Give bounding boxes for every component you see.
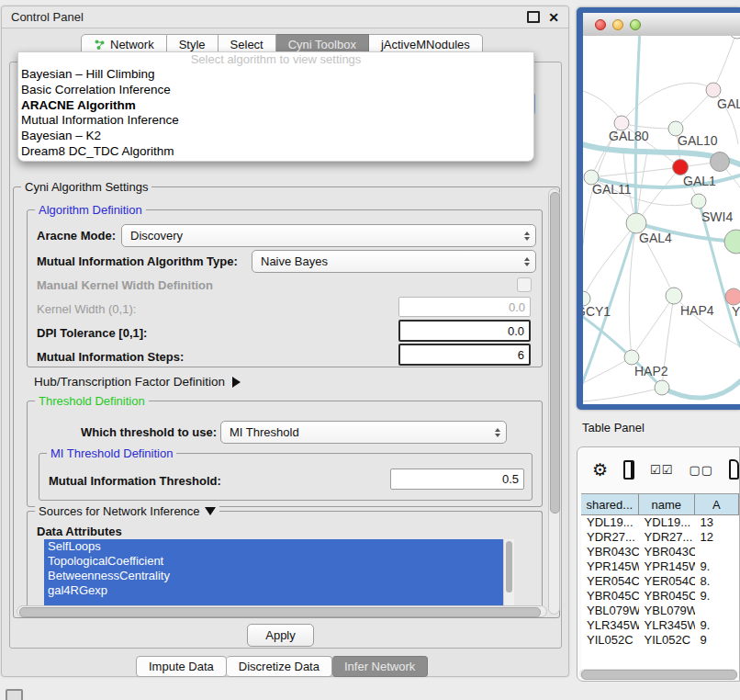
network-node-hap2[interactable] bbox=[624, 350, 639, 365]
data-attributes-label: Data Attributes bbox=[37, 525, 122, 538]
mi-threshold-field[interactable]: 0.5 bbox=[390, 469, 524, 490]
zoom-window-icon[interactable] bbox=[630, 19, 641, 30]
bottom-tab-discretize-data[interactable]: Discretize Data bbox=[227, 656, 332, 677]
bottom-tab-infer-network[interactable]: Infer Network bbox=[332, 656, 428, 677]
which-threshold-combo[interactable]: MI Threshold bbox=[220, 421, 507, 444]
network-graph: GALGAL80GAL10GAL1GAL11SWI4GAL4GCY1HAP4YH… bbox=[583, 36, 740, 404]
network-node[interactable] bbox=[724, 230, 740, 254]
algorithm-popup: Select algorithm to view settings Bayesi… bbox=[17, 51, 534, 162]
float-panel-icon[interactable] bbox=[527, 11, 540, 23]
node-label: SWI4 bbox=[701, 209, 733, 224]
table-row[interactable]: YIL052CYIL052C9 bbox=[581, 633, 739, 648]
network-edge[interactable] bbox=[583, 388, 662, 401]
network-node[interactable] bbox=[655, 380, 669, 395]
tab-label: jActiveMNodules bbox=[381, 38, 470, 51]
settings-vertical-scrollbar[interactable] bbox=[548, 188, 560, 615]
network-edge-thick[interactable] bbox=[662, 381, 740, 398]
network-view-window: GALGAL80GAL10GAL1GAL11SWI4GAL4GCY1HAP4YH… bbox=[577, 7, 740, 410]
node-table: shared...nameA YDL19...YDL19...13YDR27..… bbox=[581, 493, 739, 672]
bottom-tab-impute-data[interactable]: Impute Data bbox=[136, 656, 227, 677]
column-header-a[interactable]: A bbox=[695, 494, 739, 514]
close-panel-icon[interactable]: ✕ bbox=[548, 13, 559, 22]
algorithm-option-bayesian-hill-climbing[interactable]: Bayesian – Hill Climbing bbox=[18, 67, 533, 83]
data-attributes-list: SelfLoopsTopologicalCoefficientBetweenne… bbox=[44, 539, 514, 605]
mi-threshold-legend: MI Threshold Definition bbox=[47, 446, 176, 460]
algorithm-option-aracne-algorithm[interactable]: ARACNE Algorithm bbox=[18, 98, 533, 114]
select-all-checks-icon[interactable]: ☑☑ bbox=[650, 463, 673, 477]
network-node-hap4[interactable] bbox=[666, 288, 682, 304]
aracne-mode-combo[interactable]: Discovery bbox=[121, 224, 536, 247]
minimized-panel-icon[interactable] bbox=[6, 689, 23, 700]
tab-label: Network bbox=[110, 38, 154, 51]
table-cell: 9. bbox=[695, 618, 739, 633]
gear-icon[interactable]: ⚙ bbox=[592, 461, 608, 479]
deselect-all-checks-icon[interactable]: ▢▢ bbox=[689, 463, 713, 477]
algorithm-option-basic-correlation-inference[interactable]: Basic Correlation Inference bbox=[18, 83, 533, 98]
network-edge[interactable] bbox=[713, 36, 737, 90]
document-icon[interactable] bbox=[729, 459, 739, 480]
network-edge[interactable] bbox=[676, 90, 713, 129]
sources-legend[interactable]: Sources for Network Inference bbox=[35, 504, 219, 518]
network-edge[interactable] bbox=[583, 223, 636, 299]
table-cell: YER054C bbox=[639, 574, 695, 589]
mi-type-combo[interactable]: Naive Bayes bbox=[252, 250, 536, 273]
dpi-tolerance-field[interactable]: 0.0 bbox=[398, 320, 531, 342]
settings-horizontal-scrollbar[interactable] bbox=[17, 605, 547, 617]
desktop: Control Panel ✕ NetworkStyleSelectCyni T… bbox=[0, 0, 740, 700]
table-row[interactable]: YDL19...YDL19...13 bbox=[581, 515, 739, 530]
table-horizontal-scrollbar[interactable] bbox=[579, 669, 737, 679]
minimize-window-icon[interactable] bbox=[612, 19, 623, 30]
network-node[interactable] bbox=[729, 36, 740, 39]
columns-icon[interactable] bbox=[623, 460, 634, 480]
table-row[interactable]: YDR27...YDR27...12 bbox=[581, 530, 739, 545]
table-toolbar: ⚙ ☑☑ ▢▢ bbox=[577, 453, 739, 486]
tab-label: Cyni Toolbox bbox=[288, 38, 356, 51]
manual-kernel-checkbox[interactable] bbox=[517, 277, 532, 292]
algorithm-definition-legend: Algorithm Definition bbox=[35, 203, 146, 217]
mi-steps-field[interactable]: 6 bbox=[398, 344, 531, 366]
table-row[interactable]: YPR145WYPR145W9. bbox=[581, 559, 739, 574]
network-node-gal1[interactable] bbox=[673, 160, 689, 175]
algorithm-option-bayesian-k2[interactable]: Bayesian – K2 bbox=[18, 129, 533, 144]
tab-label: Infer Network bbox=[344, 660, 415, 673]
close-window-icon[interactable] bbox=[595, 19, 606, 30]
table-cell: YDL19... bbox=[581, 515, 639, 530]
table-row[interactable]: YBR045CYBR045C9. bbox=[581, 589, 739, 604]
node-label: GAL10 bbox=[678, 133, 718, 148]
list-item-partial bbox=[44, 598, 503, 605]
column-header-name[interactable]: name bbox=[639, 494, 695, 514]
control-panel-titlebar: Control Panel ✕ bbox=[2, 6, 568, 28]
network-node[interactable] bbox=[711, 152, 730, 172]
attribute-item-betweennesscentrality[interactable]: BetweennessCentrality bbox=[44, 569, 514, 583]
table-row[interactable]: YBL079WYBL079W bbox=[581, 604, 739, 618]
hub-definition-toggle[interactable]: Hub/Transcription Factor Definition bbox=[34, 375, 241, 389]
hub-definition-label: Hub/Transcription Factor Definition bbox=[34, 375, 225, 389]
tab-label: Impute Data bbox=[149, 660, 214, 673]
network-canvas[interactable]: GALGAL80GAL10GAL1GAL11SWI4GAL4GCY1HAP4YH… bbox=[583, 36, 740, 404]
table-cell: YBR043C bbox=[581, 545, 639, 559]
table-row[interactable]: YLR345WYLR345W9. bbox=[581, 618, 739, 633]
attribute-item-topologicalcoefficient[interactable]: TopologicalCoefficient bbox=[44, 554, 514, 569]
network-node-gal[interactable] bbox=[706, 83, 721, 97]
attribute-item-selfloops[interactable]: SelfLoops bbox=[44, 539, 514, 554]
algorithm-option-mutual-information-inference[interactable]: Mutual Information Inference bbox=[18, 113, 533, 129]
sources-group: Sources for Network Inference Data Attri… bbox=[27, 511, 543, 612]
column-header-shared[interactable]: shared... bbox=[581, 494, 639, 514]
network-node-swi4[interactable] bbox=[691, 194, 706, 209]
network-node-y[interactable] bbox=[725, 288, 740, 305]
algorithm-option-dream8-dc-tdc-algorithm[interactable]: Dream8 DC_TDC Algorithm bbox=[18, 144, 533, 160]
table-row[interactable]: YER054CYER054C8. bbox=[581, 574, 739, 589]
table-cell: YBR045C bbox=[639, 589, 695, 604]
attributes-scrollbar[interactable] bbox=[503, 539, 514, 605]
table-row[interactable]: YBR043CYBR043C bbox=[581, 545, 739, 559]
kernel-width-field[interactable]: 0.0 bbox=[398, 297, 531, 317]
node-label: GAL11 bbox=[592, 182, 632, 197]
attribute-item-gal4rgexp[interactable]: gal4RGexp bbox=[44, 583, 514, 598]
table-cell: YLR345W bbox=[581, 618, 639, 633]
aracne-mode-label: Aracne Mode: bbox=[37, 229, 116, 243]
which-threshold-label: Which threshold to use: bbox=[81, 425, 217, 439]
table-cell bbox=[695, 604, 739, 618]
network-edge[interactable] bbox=[632, 296, 674, 357]
apply-button[interactable]: Apply bbox=[247, 624, 314, 647]
table-cell: YDR27... bbox=[639, 530, 695, 545]
